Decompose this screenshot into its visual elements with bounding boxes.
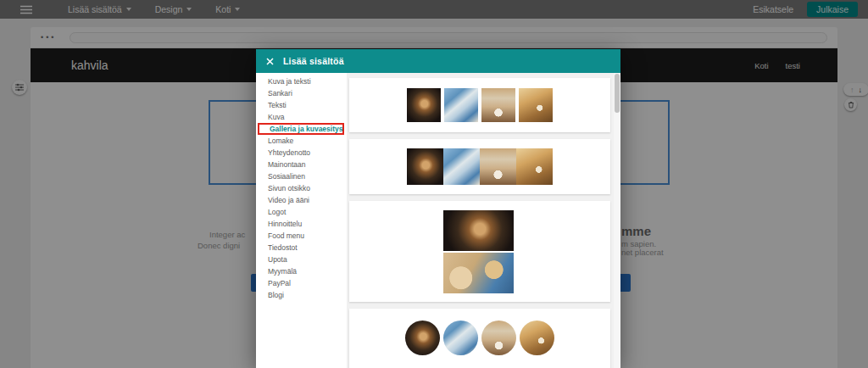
modal-header: Lisää sisältöä xyxy=(256,49,620,73)
close-icon[interactable] xyxy=(266,58,274,65)
modal-sidebar-item[interactable]: Lomake xyxy=(256,135,347,147)
modal-sidebar-item[interactable]: Mainontaan xyxy=(256,159,347,170)
modal-sidebar-item[interactable]: Sosiaalinen xyxy=(256,170,347,182)
modal-sidebar-list: Kuva ja tekstiSankariTekstiKuvaGalleria … xyxy=(256,73,347,368)
modal-sidebar-item[interactable]: Tiedostot xyxy=(256,242,347,254)
modal-scrollbar[interactable] xyxy=(614,73,620,368)
latte-art-photo xyxy=(407,88,441,122)
app-window: Lisää sisältöä Design Koti Esikatsele Ju… xyxy=(0,0,868,368)
modal-sidebar-item[interactable]: Sivun otsikko xyxy=(256,182,347,194)
add-content-modal: Lisää sisältöä Kuva ja tekstiSankariTeks… xyxy=(256,49,620,368)
modal-sidebar-item[interactable]: Kuva xyxy=(256,111,347,123)
blue-cup-photo xyxy=(443,148,480,185)
modal-sidebar-item[interactable]: Food menu xyxy=(256,230,347,242)
modal-title: Lisää sisältöä xyxy=(283,56,344,66)
pastry-table-photo xyxy=(443,253,514,293)
gallery-layout-card-grid-row-spaced[interactable] xyxy=(349,78,610,132)
latte-art-photo xyxy=(443,210,514,251)
modal-sidebar-item[interactable]: Upota xyxy=(256,254,347,265)
gallery-layout-list xyxy=(349,78,610,368)
modal-content xyxy=(347,73,620,368)
modal-sidebar-item[interactable]: Yhteydenotto xyxy=(256,147,347,159)
blue-cup-photo xyxy=(444,88,478,122)
coffee-pour-photo xyxy=(519,88,553,122)
modal-sidebar-item[interactable]: PayPal xyxy=(256,277,347,289)
gallery-layout-card-collage-strip[interactable] xyxy=(349,139,610,194)
gallery-layout-card-masonry[interactable] xyxy=(349,201,610,302)
blue-cup-photo xyxy=(443,321,478,355)
coffee-pour-photo xyxy=(520,321,554,355)
modal-sidebar-item[interactable]: Galleria ja kuvaesitys xyxy=(258,123,344,135)
modal-sidebar-item[interactable]: Teksti xyxy=(256,99,347,111)
barista-cup-photo xyxy=(481,321,516,355)
modal-body: Kuva ja tekstiSankariTekstiKuvaGalleria … xyxy=(256,73,620,368)
modal-sidebar-item[interactable]: Myymälä xyxy=(256,265,347,277)
gallery-layout-card-circle-row[interactable] xyxy=(349,309,610,368)
coffee-pour-photo xyxy=(516,148,553,185)
modal-sidebar-item[interactable]: Blogi xyxy=(256,289,347,301)
barista-cup-photo xyxy=(480,148,516,185)
modal-sidebar-item[interactable]: Logot xyxy=(256,206,347,218)
latte-art-photo xyxy=(405,321,440,355)
modal-sidebar-item[interactable]: Hinnoittelu xyxy=(256,218,347,230)
barista-cup-photo xyxy=(481,88,515,122)
latte-art-photo xyxy=(407,148,443,185)
scrollbar-thumb[interactable] xyxy=(615,74,620,113)
modal-sidebar-item[interactable]: Video ja ääni xyxy=(256,194,347,206)
masonry-left-column xyxy=(443,210,514,293)
modal-sidebar-item[interactable]: Kuva ja teksti xyxy=(256,75,347,87)
modal-sidebar-item[interactable]: Sankari xyxy=(256,87,347,99)
